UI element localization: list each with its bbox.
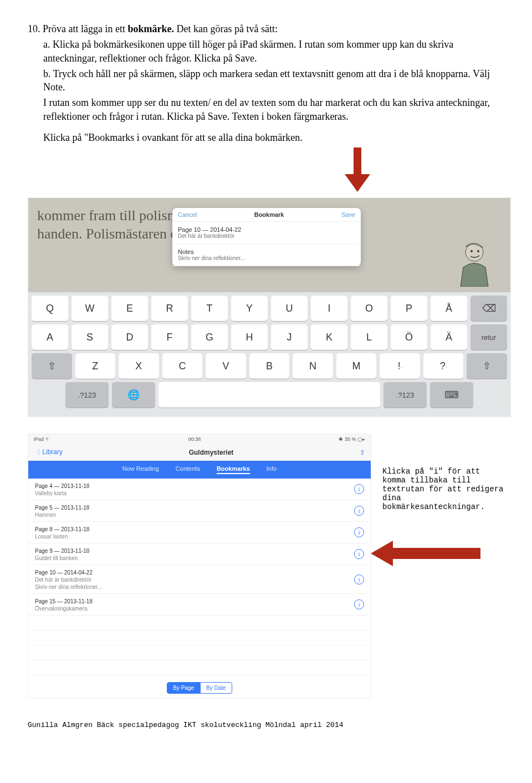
key-numbers[interactable]: .?123 — [65, 382, 109, 408]
list-item[interactable]: Page 9 — 2013-11-18Guldet till bankeni — [28, 543, 371, 565]
key-letter[interactable]: H — [231, 324, 268, 350]
text: 10. Pröva att lägga in ett — [28, 23, 127, 34]
list-item[interactable]: Page 5 — 2013-11-18Hamneni — [28, 500, 371, 522]
key-letter[interactable]: U — [271, 296, 308, 321]
list-item — [28, 660, 371, 675]
svg-rect-0 — [354, 148, 361, 175]
key-hide-keyboard-icon[interactable]: ⌨ — [430, 382, 473, 408]
list-item — [28, 645, 371, 660]
key-letter[interactable]: C — [162, 353, 203, 379]
share-icon[interactable]: ⇪ — [360, 449, 365, 456]
key-backspace-icon[interactable]: ⌫ — [470, 296, 507, 321]
list-item[interactable]: Page 15 — 2013-11-18Övervakningskamerai — [28, 594, 371, 616]
bookmark-list: Page 4 — 2013-11-18Valleby kartaiPage 5 … — [28, 479, 371, 616]
bookmark-subtitle: Hamnen — [35, 512, 364, 518]
item-b: b. Tryck och håll ner på skärmen, släpp … — [43, 67, 504, 94]
key-punct[interactable]: ?. — [423, 353, 464, 379]
bookmark-subtitle: Valleby karta — [35, 490, 364, 496]
text: Klicka på bokmärkesikonen uppe till höge… — [43, 39, 453, 63]
back-button[interactable]: 〈 Library — [34, 448, 63, 457]
key-letter[interactable]: B — [249, 353, 290, 379]
key-letter[interactable]: J — [271, 324, 308, 350]
bookmark-date: Page 5 — 2013-11-18 — [35, 505, 364, 511]
key-letter[interactable]: T — [191, 296, 228, 321]
text: Det kan göras på två sätt: — [174, 23, 278, 34]
list-item[interactable]: Page 8 — 2013-11-18Lossar lasteni — [28, 522, 371, 543]
text: Tryck och håll ner på skärmen, släpp och… — [43, 68, 490, 93]
key-letter[interactable]: Ö — [391, 324, 427, 350]
bookmark-note: Skriv ner dina reflektioner... — [35, 584, 364, 590]
key-numbers[interactable]: .?123 — [383, 382, 427, 408]
info-icon[interactable]: i — [354, 549, 364, 559]
key-letter[interactable]: L — [351, 324, 387, 350]
info-icon[interactable]: i — [354, 527, 364, 537]
key-return[interactable]: retur — [470, 324, 507, 350]
tab-bookmarks[interactable]: Bookmarks — [217, 465, 250, 474]
illustration-character — [449, 237, 499, 287]
key-letter[interactable]: D — [111, 324, 148, 350]
list-item[interactable]: Page 4 — 2013-11-18Valleby kartai — [28, 479, 371, 500]
key-shift-icon[interactable]: ⇧ — [32, 353, 72, 379]
popup-page-row[interactable]: Page 10 — 2014-04-22 Det här är bankdire… — [172, 222, 361, 244]
key-letter[interactable]: I — [311, 296, 347, 321]
key-letter[interactable]: P — [391, 296, 427, 321]
info-icon[interactable]: i — [354, 506, 364, 516]
page-subtitle: Det här är bankdirektör — [178, 233, 355, 239]
key-letter[interactable]: M — [336, 353, 377, 379]
kb-row-2: ASDFGHJKLÖÄretur — [32, 324, 507, 350]
key-letter[interactable]: W — [71, 296, 108, 321]
save-button[interactable]: Save — [341, 211, 355, 218]
seg-by-date[interactable]: By Date — [200, 682, 232, 694]
list-label: a. — [43, 39, 50, 50]
info-icon[interactable]: i — [354, 599, 364, 609]
key-letter[interactable]: N — [293, 353, 333, 379]
key-shift-icon[interactable]: ⇧ — [467, 353, 507, 379]
line-10: 10. Pröva att lägga in ett bokmärke. Det… — [28, 22, 504, 35]
seg-by-page[interactable]: By Page — [167, 682, 200, 694]
key-letter[interactable]: O — [351, 296, 387, 321]
key-letter[interactable]: K — [311, 324, 347, 350]
key-letter[interactable]: Å — [431, 296, 467, 321]
key-space[interactable] — [158, 382, 380, 408]
popup-notes-row[interactable]: Notes Skriv ner dina reflektioner... — [172, 244, 361, 266]
list-item[interactable]: Page 10 — 2014-04-22Det här är bankdirek… — [28, 565, 371, 594]
tab-contents[interactable]: Contents — [176, 465, 200, 474]
popup-title: Bookmark — [254, 211, 284, 218]
notes-label: Notes — [178, 248, 355, 255]
key-letter[interactable]: Z — [75, 353, 116, 379]
key-letter[interactable]: F — [151, 324, 188, 350]
key-letter[interactable]: X — [119, 353, 159, 379]
status-battery: ✱ 35 % ▢▸ — [339, 436, 365, 442]
key-letter[interactable]: S — [71, 324, 108, 350]
bookmark-subtitle: Övervakningskamera — [35, 606, 364, 612]
item-b-cont: I rutan som kommer upp ser du nu texten/… — [43, 96, 504, 123]
text: handen. Polismästaren o — [37, 226, 177, 242]
info-icon[interactable]: i — [354, 484, 364, 494]
popup-header: Cancel Bookmark Save — [172, 208, 361, 222]
key-letter[interactable]: A — [32, 324, 68, 350]
side-note: Klicka på "i" för att komma tillbaka til… — [382, 467, 504, 511]
notes-placeholder: Skriv ner dina reflektioner... — [178, 255, 355, 261]
bookmark-subtitle: Det här är bankdirektör — [35, 577, 364, 583]
key-letter[interactable]: E — [111, 296, 148, 321]
bookmark-subtitle: Guldet till banken — [35, 555, 364, 561]
key-letter[interactable]: V — [206, 353, 246, 379]
key-letter[interactable]: G — [191, 324, 228, 350]
tab-info[interactable]: Info — [267, 465, 277, 474]
cancel-button[interactable]: Cancel — [178, 211, 197, 218]
key-letter[interactable]: R — [151, 296, 188, 321]
key-letter[interactable]: Ä — [431, 324, 467, 350]
screenshot-bookmarks-list-wrap: iPad ᯤ 00:38 ✱ 35 % ▢▸ 〈 Library Guldmys… — [28, 434, 504, 699]
svg-marker-1 — [345, 174, 370, 192]
text-bold: bokmärke. — [127, 23, 174, 34]
key-letter[interactable]: Y — [231, 296, 268, 321]
info-icon[interactable]: i — [354, 574, 364, 584]
list-item — [28, 616, 371, 631]
tab-now-reading[interactable]: Now Reading — [122, 465, 159, 474]
bookmark-date: Page 8 — 2013-11-18 — [35, 526, 364, 532]
key-globe-icon[interactable]: 🌐 — [112, 382, 155, 408]
onscreen-keyboard: QWERTYUIOPÅ⌫ ASDFGHJKLÖÄretur ⇧ZXCVBNM!,… — [28, 292, 510, 416]
key-letter[interactable]: Q — [32, 296, 68, 321]
key-punct[interactable]: !, — [380, 353, 420, 379]
bookmark-date: Page 4 — 2013-11-18 — [35, 483, 364, 489]
